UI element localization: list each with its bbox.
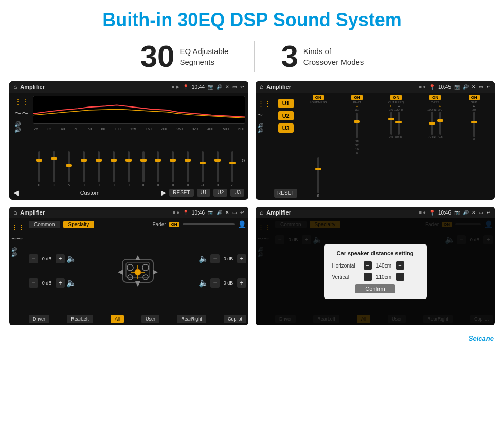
sp3-driver-btn[interactable]: Driver <box>29 315 49 323</box>
volume-icon-4: 🔊 <box>463 210 469 215</box>
home-icon-4[interactable]: ⌂ <box>260 209 263 216</box>
rect-icon-2[interactable]: ▭ <box>479 84 483 90</box>
dialog-horizontal-plus[interactable]: + <box>396 261 404 270</box>
sp3-on-tag[interactable]: ON <box>169 222 179 227</box>
screen2-content: ⋮⋮ 〜 🔊🔊 U1 U2 U3 RESET ON LOUDNESS <box>256 93 495 200</box>
home-icon-1[interactable]: ⌂ <box>13 83 17 91</box>
cutfreq-f-track[interactable] <box>390 112 392 135</box>
slider-col: 0 <box>152 151 165 187</box>
eq-next-button[interactable]: ▶ <box>161 189 166 197</box>
phat-on-btn[interactable]: ON <box>351 95 363 100</box>
sp3-minus-4[interactable]: − <box>210 278 220 288</box>
eq-left-icons: ⋮⋮ 〜〜 🔊🔊 <box>12 96 31 135</box>
watermark: Seicane <box>0 332 504 346</box>
back-icon-3[interactable]: ↩ <box>240 210 244 215</box>
sp3-left-strip: ⋮⋮ 〜〜 🔊🔊 <box>11 220 27 323</box>
cross-sliders: ON LOUDNESS 0 ON PHAT G 64 <box>299 95 493 198</box>
sp3-plus-4[interactable]: + <box>237 278 246 288</box>
cross-loudness: ON LOUDNESS 0 <box>299 95 337 198</box>
cross-u2-button[interactable]: U2 <box>278 111 294 120</box>
bass-f-track[interactable] <box>431 112 433 135</box>
cross-reset-button[interactable]: RESET <box>274 189 297 198</box>
camera-icon-1: 📷 <box>208 84 213 90</box>
eq-icon-wave: 〜〜 <box>14 109 29 118</box>
sp3-rear-right-btn[interactable]: RearRight <box>177 315 206 323</box>
arrow-right-icon[interactable]: » <box>241 156 245 164</box>
eq-sliders: 0 0 5 0 0 0 0 0 0 0 0 -1 0 -1 » <box>33 133 245 187</box>
phat-g-track[interactable] <box>356 113 358 138</box>
sp3-car-diagram <box>112 247 164 294</box>
x-icon-2[interactable]: ✕ <box>472 84 476 90</box>
location-icon-2: 📍 <box>429 84 435 90</box>
sp3-rear-left-btn[interactable]: RearLeft <box>67 315 93 323</box>
dialog-box: Car speaker distance setting Horizontal … <box>324 244 427 299</box>
sp3-icon-filter[interactable]: ⋮⋮ <box>11 223 27 231</box>
location-icon-4: 📍 <box>429 210 435 216</box>
home-icon-2[interactable]: ⌂ <box>260 83 263 91</box>
sub-on-btn[interactable]: ON <box>469 95 480 100</box>
cross-phat: ON PHAT G 64 48 32 16 0 <box>338 95 376 198</box>
volume-icon-2: 🔊 <box>463 84 469 90</box>
back-icon-2[interactable]: ↩ <box>487 84 491 90</box>
eq-u3-btn[interactable]: U3 <box>230 189 244 197</box>
sp3-copilot-btn[interactable]: Copilot <box>224 315 246 323</box>
cutfreq-g-track[interactable] <box>398 112 400 135</box>
home-icon-3[interactable]: ⌂ <box>13 209 17 216</box>
dialog-vertical-row: Vertical − 110cm + <box>332 273 419 281</box>
screen4-title: Amplifier <box>266 209 291 216</box>
cross-icon-wave: 〜 <box>258 112 272 119</box>
slider-col: 0 <box>48 151 60 187</box>
dialog-confirm-button[interactable]: Confirm <box>355 284 395 293</box>
sp3-plus-3[interactable]: + <box>237 254 246 263</box>
eq-prev-button[interactable]: ◀ <box>13 189 19 197</box>
back-icon-4[interactable]: ↩ <box>487 210 491 215</box>
x-icon-3[interactable]: ✕ <box>225 210 229 215</box>
x-icon-1[interactable]: ✕ <box>225 84 229 90</box>
sp3-user-btn[interactable]: User <box>141 315 159 323</box>
screen-speaker: ⌂ Amplifier ■ ● 📍 10:46 📷 🔊 ✕ ▭ ↩ ⋮⋮ 〜〜 … <box>9 207 248 325</box>
eq-u2-btn[interactable]: U2 <box>213 189 227 197</box>
dialog-vertical-minus[interactable]: − <box>364 273 372 281</box>
screen2-title: Amplifier <box>266 84 291 90</box>
sp3-plus-2[interactable]: + <box>56 278 65 288</box>
sp3-minus-3[interactable]: − <box>210 254 220 263</box>
rect-icon-4[interactable]: ▭ <box>479 210 483 215</box>
loudness-track-1[interactable] <box>317 157 319 193</box>
cross-icon-filter[interactable]: ⋮⋮ <box>258 100 272 108</box>
cross-u1-button[interactable]: U1 <box>278 99 294 108</box>
sp3-common-tab[interactable]: Common <box>29 221 60 228</box>
eq-u1-btn[interactable]: U1 <box>197 189 211 197</box>
sp3-all-btn[interactable]: All <box>111 315 124 323</box>
sp3-fader-track[interactable] <box>183 223 235 225</box>
sp3-fader-label: Fader <box>153 222 166 227</box>
screen1-content: ⋮⋮ 〜〜 🔊🔊 25 32 <box>9 93 248 200</box>
svg-point-6 <box>135 269 141 275</box>
svg-marker-11 <box>135 255 140 260</box>
dialog-horizontal-minus[interactable]: − <box>364 261 372 270</box>
screen-eq: ⌂ Amplifier ■ ▶ 📍 10:44 📷 🔊 ✕ ▭ ↩ ⋮⋮ 〜〜 … <box>9 81 248 200</box>
sp3-specialty-tab[interactable]: Specialty <box>63 221 95 228</box>
screen1-title: Amplifier <box>20 84 45 90</box>
sp3-minus-1[interactable]: − <box>29 254 38 263</box>
volume-icon-3: 🔊 <box>217 210 222 215</box>
eq-reset-btn[interactable]: RESET <box>169 189 193 197</box>
sub-track[interactable] <box>473 112 475 137</box>
eq-icon-filter[interactable]: ⋮⋮ <box>14 98 29 106</box>
x-icon-4[interactable]: ✕ <box>472 210 476 215</box>
sp3-icon-vol: 🔊🔊 <box>11 247 27 257</box>
bass-on-btn[interactable]: ON <box>429 95 441 100</box>
bass-g-track[interactable] <box>439 112 441 135</box>
loudness-on-btn[interactable]: ON <box>313 95 324 100</box>
cutfreq-on-btn[interactable]: ON <box>390 95 402 100</box>
svg-marker-13 <box>118 270 123 275</box>
sp3-plus-1[interactable]: + <box>56 254 65 263</box>
svg-point-5 <box>143 275 148 280</box>
back-icon-1[interactable]: ↩ <box>240 84 244 90</box>
cross-u3-button[interactable]: U3 <box>278 123 294 133</box>
dialog-vertical-plus[interactable]: + <box>396 273 404 281</box>
volume-icon-1: 🔊 <box>217 84 222 90</box>
rect-icon-1[interactable]: ▭ <box>232 84 237 90</box>
rect-icon-3[interactable]: ▭ <box>232 210 237 215</box>
sp3-minus-2[interactable]: − <box>29 278 38 288</box>
sp3-speaker-right-icon: 🔈 <box>199 254 209 263</box>
